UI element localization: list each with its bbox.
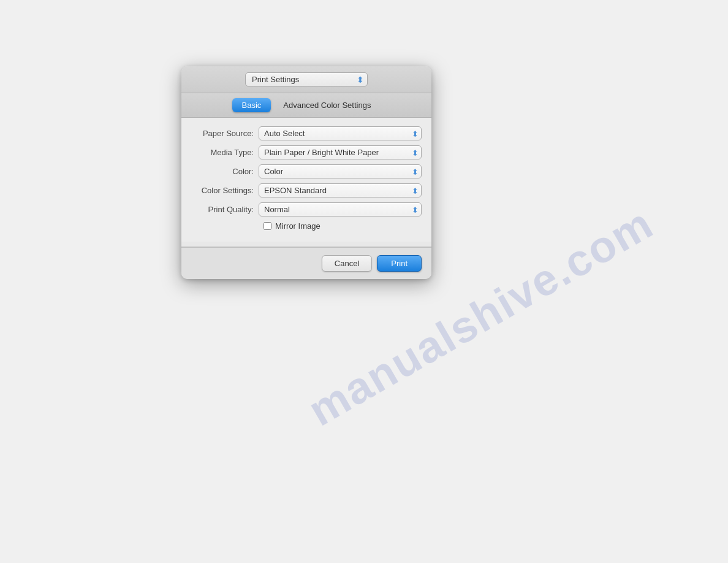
color-settings-label: Color Settings:	[191, 186, 259, 195]
dialog-topbar: Print Settings ⬍	[181, 66, 431, 93]
print-quality-row: Print Quality: Normal ⬍	[191, 202, 422, 216]
dialog-form: Paper Source: Auto Select ⬍ Media Type: …	[181, 118, 431, 242]
mirror-image-label[interactable]: Mirror Image	[275, 221, 320, 231]
paper-source-row: Paper Source: Auto Select ⬍	[191, 126, 422, 140]
mirror-image-checkbox[interactable]	[264, 222, 271, 230]
paper-source-dropdown[interactable]: Auto Select	[259, 126, 422, 140]
tab-basic[interactable]: Basic	[232, 98, 271, 112]
color-settings-dropdown[interactable]: EPSON Standard	[259, 183, 422, 197]
print-quality-dropdown[interactable]: Normal	[259, 202, 422, 216]
media-type-row: Media Type: Plain Paper / Bright White P…	[191, 145, 422, 159]
cancel-button[interactable]: Cancel	[322, 255, 372, 272]
mirror-image-row: Mirror Image	[191, 221, 422, 231]
tabs-bar: Basic Advanced Color Settings	[181, 93, 431, 118]
dialog-footer: Cancel Print	[181, 247, 431, 279]
print-settings-dropdown[interactable]: Print Settings	[245, 72, 368, 86]
media-type-dropdown[interactable]: Plain Paper / Bright White Paper	[259, 145, 422, 159]
print-button[interactable]: Print	[377, 255, 422, 272]
color-label: Color:	[191, 167, 259, 176]
color-row: Color: Color ⬍	[191, 164, 422, 178]
media-type-select-wrapper[interactable]: Plain Paper / Bright White Paper ⬍	[259, 145, 422, 159]
color-settings-select-wrapper[interactable]: EPSON Standard ⬍	[259, 183, 422, 197]
color-select-wrapper[interactable]: Color ⬍	[259, 164, 422, 178]
color-dropdown[interactable]: Color	[259, 164, 422, 178]
color-settings-row: Color Settings: EPSON Standard ⬍	[191, 183, 422, 197]
print-quality-select-wrapper[interactable]: Normal ⬍	[259, 202, 422, 216]
tab-advanced-color-settings[interactable]: Advanced Color Settings	[273, 98, 381, 112]
print-settings-select-wrapper[interactable]: Print Settings ⬍	[245, 72, 368, 86]
print-quality-label: Print Quality:	[191, 205, 259, 214]
print-settings-dialog: Print Settings ⬍ Basic Advanced Color Se…	[181, 66, 431, 279]
paper-source-select-wrapper[interactable]: Auto Select ⬍	[259, 126, 422, 140]
paper-source-label: Paper Source:	[191, 129, 259, 138]
media-type-label: Media Type:	[191, 148, 259, 157]
